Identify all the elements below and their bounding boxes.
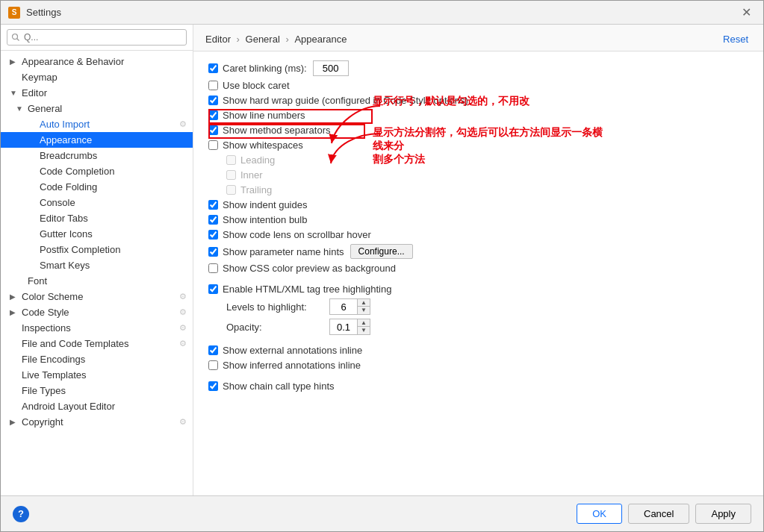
enable-html-xml-label[interactable]: Enable HTML/XML tag tree highlighting xyxy=(208,284,391,295)
sidebar-item-live-templates[interactable]: Live Templates xyxy=(1,367,193,383)
show-external-inline-label[interactable]: Show external annotations inline xyxy=(208,345,362,356)
sidebar-item-file-encodings[interactable]: File Encodings xyxy=(1,351,193,367)
show-hard-wrap-label[interactable]: Show hard wrap guide (configured in Code… xyxy=(208,95,468,106)
show-chain-hints-checkbox[interactable] xyxy=(208,381,218,391)
sidebar-item-code-style[interactable]: ▶ Code Style ⚙ xyxy=(1,304,193,320)
show-css-color-checkbox[interactable] xyxy=(208,263,218,273)
show-code-lens-checkbox[interactable] xyxy=(208,230,218,240)
show-intention-bulb-checkbox[interactable] xyxy=(208,215,218,225)
show-code-lens-row: Show code lens on scrollbar hover xyxy=(208,229,748,240)
sidebar-item-label: Font xyxy=(28,275,47,287)
caret-blinking-checkbox[interactable] xyxy=(208,63,218,73)
sidebar-item-label: Smart Keys xyxy=(40,260,90,271)
sidebar-item-font[interactable]: Font xyxy=(1,273,193,289)
show-method-separators-checkbox[interactable] xyxy=(208,125,218,135)
show-external-inline-checkbox[interactable] xyxy=(208,345,218,355)
close-button[interactable]: ✕ xyxy=(737,4,756,21)
sidebar-item-label: File and Code Templates xyxy=(22,338,129,349)
sidebar-item-label: Postfix Completion xyxy=(40,244,120,255)
sidebar-item-copyright[interactable]: ▶ Copyright ⚙ xyxy=(1,414,193,430)
tree-arrow: ▶ xyxy=(10,292,19,301)
trailing-label: Trailing xyxy=(226,184,272,195)
sidebar-item-label: Inspections xyxy=(22,322,71,334)
levels-decrement-button[interactable]: ▼ xyxy=(358,307,370,314)
sidebar-item-label: Android Layout Editor xyxy=(22,401,115,412)
sidebar-item-label: Console xyxy=(40,197,75,208)
sidebar-item-editor-tabs[interactable]: Editor Tabs xyxy=(1,210,193,226)
show-indent-guides-label[interactable]: Show indent guides xyxy=(208,199,307,210)
main-content: ▶ Appearance & Behavior Keymap ▼ Editor … xyxy=(1,25,763,495)
sidebar-item-general[interactable]: ▼ General xyxy=(1,101,193,116)
levels-spinner: ▲ ▼ xyxy=(329,298,370,315)
sidebar-item-postfix-completion[interactable]: Postfix Completion xyxy=(1,242,193,257)
use-block-caret-checkbox[interactable] xyxy=(208,81,218,90)
settings-icon: ⚙ xyxy=(179,323,187,333)
sidebar-item-breadcrumbs[interactable]: Breadcrumbs xyxy=(1,148,193,163)
sidebar-item-appearance-behavior[interactable]: ▶ Appearance & Behavior xyxy=(1,54,193,69)
levels-spinner-buttons: ▲ ▼ xyxy=(357,299,370,314)
footer-left: ? xyxy=(13,504,29,524)
show-line-numbers-checkbox[interactable] xyxy=(208,110,218,120)
show-inferred-inline-checkbox[interactable] xyxy=(208,360,218,370)
sidebar-item-smart-keys[interactable]: Smart Keys xyxy=(1,257,193,273)
show-intention-bulb-label[interactable]: Show intention bulb xyxy=(208,214,307,225)
sidebar-item-console[interactable]: Console xyxy=(1,195,193,210)
ok-button[interactable]: OK xyxy=(577,504,622,524)
opacity-input[interactable] xyxy=(330,321,357,334)
show-method-separators-container: Show method separators xyxy=(208,125,748,136)
show-parameter-hints-checkbox[interactable] xyxy=(208,247,218,257)
levels-input[interactable] xyxy=(330,301,357,313)
sidebar-item-android-layout-editor[interactable]: Android Layout Editor xyxy=(1,398,193,414)
show-inferred-inline-label[interactable]: Show inferred annotations inline xyxy=(208,360,361,371)
show-line-numbers-label[interactable]: Show line numbers xyxy=(208,110,305,121)
opacity-decrement-button[interactable]: ▼ xyxy=(358,327,370,334)
show-indent-guides-checkbox[interactable] xyxy=(208,200,218,210)
sidebar-item-code-folding[interactable]: Code Folding xyxy=(1,179,193,195)
sidebar-item-code-completion[interactable]: Code Completion xyxy=(1,163,193,179)
sidebar-item-label: General xyxy=(28,103,62,114)
enable-html-xml-row: Enable HTML/XML tag tree highlighting xyxy=(208,284,748,295)
caret-blinking-input[interactable] xyxy=(313,60,349,76)
sidebar-item-keymap[interactable]: Keymap xyxy=(1,69,193,85)
sidebar-item-auto-import[interactable]: Auto Import ⚙ xyxy=(1,116,193,132)
settings-window: S Settings ✕ ▶ Appearance & Behavior Key… xyxy=(0,0,764,532)
show-whitespaces-label[interactable]: Show whitespaces xyxy=(208,140,303,151)
show-code-lens-label[interactable]: Show code lens on scrollbar hover xyxy=(208,229,371,240)
help-button[interactable]: ? xyxy=(13,506,29,522)
caret-blinking-row: Caret blinking (ms): xyxy=(208,60,748,76)
configure-button[interactable]: Configure... xyxy=(350,244,413,259)
sidebar-item-gutter-icons[interactable]: Gutter Icons xyxy=(1,226,193,242)
sidebar-item-color-scheme[interactable]: ▶ Color Scheme ⚙ xyxy=(1,289,193,304)
enable-html-xml-checkbox[interactable] xyxy=(208,284,218,294)
search-input[interactable] xyxy=(7,29,187,46)
show-hard-wrap-row: Show hard wrap guide (configured in Code… xyxy=(208,95,748,106)
footer: ? OK Cancel Apply xyxy=(1,495,763,531)
show-whitespaces-checkbox[interactable] xyxy=(208,140,218,150)
show-css-color-label[interactable]: Show CSS color preview as background xyxy=(208,263,396,274)
sidebar-item-label: Keymap xyxy=(22,72,58,83)
sidebar-item-editor[interactable]: ▼ Editor xyxy=(1,85,193,101)
show-whitespaces-row: Show whitespaces xyxy=(208,140,748,151)
sidebar-item-appearance[interactable]: Appearance xyxy=(1,132,193,148)
caret-blinking-label: Caret blinking (ms): xyxy=(208,63,307,74)
show-parameter-hints-label[interactable]: Show parameter name hints xyxy=(208,246,344,257)
settings-tree: ▶ Appearance & Behavior Keymap ▼ Editor … xyxy=(1,51,193,495)
sidebar-item-file-code-templates[interactable]: File and Code Templates ⚙ xyxy=(1,336,193,351)
breadcrumb-sep1: › xyxy=(237,34,243,45)
opacity-increment-button[interactable]: ▲ xyxy=(358,319,370,327)
sidebar-item-inspections[interactable]: Inspections ⚙ xyxy=(1,320,193,336)
reset-button[interactable]: Reset xyxy=(720,32,751,46)
opacity-row: Opacity: ▲ ▼ xyxy=(208,319,748,335)
apply-button[interactable]: Apply xyxy=(695,504,751,524)
cancel-button[interactable]: Cancel xyxy=(628,504,689,524)
sidebar-item-label: Auto Import xyxy=(40,119,90,130)
show-hard-wrap-checkbox[interactable] xyxy=(208,96,218,105)
show-external-inline-row: Show external annotations inline xyxy=(208,345,748,356)
show-chain-hints-label[interactable]: Show chain call type hints xyxy=(208,381,335,392)
sidebar-item-file-types[interactable]: File Types xyxy=(1,383,193,398)
use-block-caret-label[interactable]: Use block caret xyxy=(208,80,290,91)
levels-increment-button[interactable]: ▲ xyxy=(358,299,370,307)
sidebar-item-label: Editor xyxy=(22,87,47,98)
show-method-separators-label[interactable]: Show method separators xyxy=(208,125,331,136)
sidebar-item-label: Code Style xyxy=(22,307,69,318)
